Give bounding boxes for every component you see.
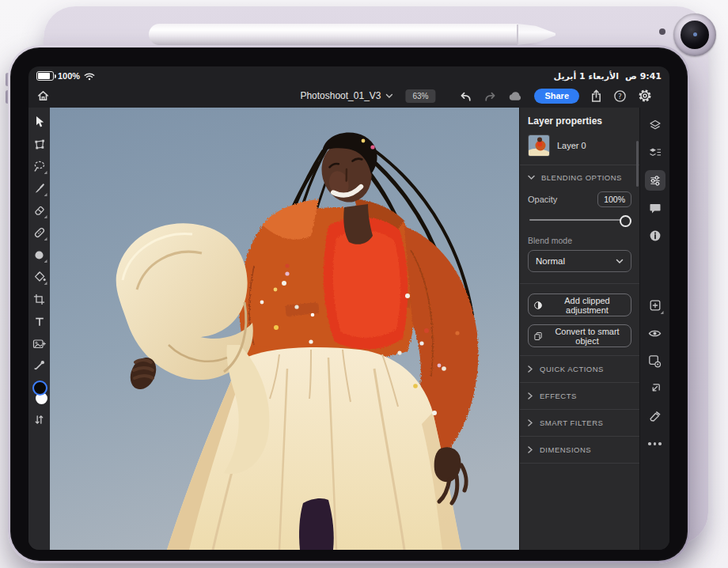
add-clipped-adjustment-button[interactable]: Add clipped adjustment: [528, 293, 631, 316]
section-effects[interactable]: EFFECTS: [528, 383, 631, 409]
divider: [520, 283, 639, 284]
microphone-dot: [659, 28, 665, 35]
chevron-down-icon: [616, 259, 624, 264]
cleanup-button[interactable]: [645, 406, 665, 426]
info-icon: [649, 229, 662, 242]
transform-icon: [33, 138, 46, 150]
export-icon[interactable]: [590, 89, 602, 103]
panel-title: Layer properties: [528, 115, 631, 127]
battery-percent: 100%: [58, 71, 80, 81]
panel-scrollbar[interactable]: [636, 141, 639, 187]
place-photo-tool[interactable]: [31, 335, 48, 352]
healing-brush-tool[interactable]: [31, 224, 48, 241]
brush-icon: [33, 183, 45, 195]
color-swatches[interactable]: [31, 381, 48, 406]
brush-tool[interactable]: [31, 180, 48, 197]
settings-gear-icon[interactable]: [638, 89, 652, 103]
blending-options-header[interactable]: BLENDING OPTIONS: [528, 165, 631, 190]
right-rail: [639, 108, 669, 550]
eraser-icon: [33, 204, 46, 217]
type-icon: [34, 316, 45, 328]
comments-tab[interactable]: [645, 198, 665, 218]
lasso-tool[interactable]: [31, 157, 48, 175]
add-layer-button[interactable]: [645, 295, 665, 316]
layer-visibility-button[interactable]: [645, 323, 665, 343]
opacity-label: Opacity: [528, 195, 557, 204]
layer-properties-panel: Layer properties: [519, 108, 639, 550]
home-icon[interactable]: [36, 89, 50, 102]
bezel: 100% 9:41 ص الأربعاء 1 أبريل: [10, 47, 688, 561]
document-title-menu[interactable]: Photoshoot_01_V3: [300, 90, 392, 101]
clone-stamp-icon: [33, 249, 45, 261]
status-time: 9:41 ص: [625, 71, 662, 81]
place-photo-icon: [32, 338, 46, 350]
status-date: الأربعاء 1 أبريل: [554, 71, 619, 81]
opacity-slider[interactable]: [529, 215, 630, 225]
cloud-sync-icon[interactable]: [508, 90, 523, 101]
add-layer-icon: [649, 299, 662, 312]
chevron-right-icon: [528, 419, 533, 426]
tool-bar: [28, 108, 50, 550]
crop-icon: [33, 293, 45, 305]
chevron-right-icon: [528, 365, 533, 373]
convert-smart-object-button[interactable]: Convert to smart object: [528, 324, 631, 347]
move-icon: [33, 115, 45, 128]
place-embed-icon: [649, 382, 662, 395]
help-icon[interactable]: ?: [613, 89, 627, 103]
section-quick-actions[interactable]: QUICK ACTIONS: [528, 356, 631, 382]
ellipsis-icon: [648, 442, 662, 445]
camera-glint: [693, 32, 697, 36]
workspace: Layer properties: [28, 108, 669, 550]
status-bar: 100% 9:41 ص الأربعاء 1 أبريل: [28, 66, 669, 84]
chevron-down-icon: [528, 175, 535, 180]
opacity-value[interactable]: 100%: [597, 191, 631, 207]
info-tab[interactable]: [645, 225, 665, 246]
mask-preview-button[interactable]: [645, 350, 665, 371]
apple-pencil-seam: [517, 25, 518, 44]
layer-list-tab[interactable]: [645, 142, 665, 163]
type-tool[interactable]: [31, 312, 48, 330]
eye-icon: [648, 328, 662, 339]
document-menu-chevron-icon: [385, 93, 392, 99]
properties-sliders-icon: [649, 175, 662, 187]
place-embed-button[interactable]: [645, 378, 665, 399]
rear-camera: [673, 13, 716, 56]
paint-bucket-icon: [33, 271, 46, 283]
eyedropper-tool[interactable]: [31, 357, 48, 374]
layer-row[interactable]: Layer 0: [528, 134, 631, 157]
transform-tool[interactable]: [31, 135, 48, 153]
blend-mode-value: Normal: [536, 256, 565, 266]
layers-tab[interactable]: [645, 115, 665, 135]
undo-icon[interactable]: [459, 90, 472, 102]
properties-tab[interactable]: [645, 170, 665, 191]
comment-bubble-icon: [649, 203, 662, 214]
move-tool[interactable]: [31, 113, 48, 131]
chevron-right-icon: [528, 446, 533, 453]
canvas[interactable]: [50, 108, 519, 550]
eraser-tool[interactable]: [31, 202, 48, 219]
section-dimensions[interactable]: DIMENSIONS: [528, 437, 631, 463]
share-button[interactable]: Share: [534, 89, 579, 104]
camera-lens-icon: [681, 21, 709, 49]
foreground-color-swatch[interactable]: [32, 381, 47, 396]
fill-tool[interactable]: [31, 268, 48, 286]
app-header: Photoshoot_01_V3 63%: [28, 84, 669, 108]
battery-icon: [36, 71, 54, 81]
clone-stamp-tool[interactable]: [31, 246, 48, 263]
opacity-row: Opacity 100%: [528, 191, 631, 207]
divider: [520, 463, 639, 464]
page: 100% 9:41 ص الأربعاء 1 أبريل: [0, 0, 728, 568]
smart-object-icon: [533, 331, 543, 342]
blend-mode-dropdown[interactable]: Normal: [528, 250, 631, 272]
front-ipad: 100% 9:41 ص الأربعاء 1 أبريل: [8, 45, 690, 563]
section-smart-filters[interactable]: SMART FILTERS: [528, 410, 631, 436]
layer-name: Layer 0: [557, 141, 586, 150]
opacity-slider-knob[interactable]: [620, 215, 631, 227]
more-options-button[interactable]: [645, 434, 665, 454]
crop-tool[interactable]: [31, 290, 48, 308]
swap-tool[interactable]: [31, 411, 48, 428]
zoom-level-badge[interactable]: 63%: [405, 89, 435, 103]
swap-arrows-icon: [34, 414, 44, 426]
mask-preview-icon: [648, 354, 662, 368]
redo-icon[interactable]: [483, 90, 497, 102]
